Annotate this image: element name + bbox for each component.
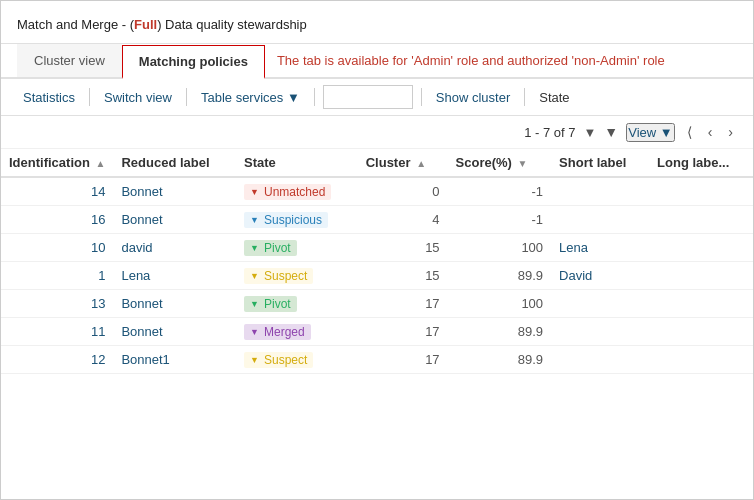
- cell-score: 100: [448, 290, 552, 318]
- search-input[interactable]: [323, 85, 413, 109]
- cell-short-label: [551, 346, 649, 374]
- cell-cluster: 0: [358, 177, 448, 206]
- dropdown-arrow[interactable]: ▼: [583, 125, 596, 140]
- state-badge: ▼Suspicious: [244, 212, 328, 228]
- state-badge: ▼Suspect: [244, 268, 313, 284]
- header: Match and Merge - (Full) Data quality st…: [1, 1, 753, 44]
- cell-reduced-label: david: [113, 234, 236, 262]
- cell-cluster: 15: [358, 262, 448, 290]
- cell-cluster: 4: [358, 206, 448, 234]
- cell-id: 1: [1, 262, 113, 290]
- cell-id: 14: [1, 177, 113, 206]
- state-badge: ▼Merged: [244, 324, 311, 340]
- table-body: 14 Bonnet ▼Unmatched 0 -1 16 Bonnet ▼Sus…: [1, 177, 753, 374]
- cell-state: ▼Suspect: [236, 262, 358, 290]
- cell-id: 12: [1, 346, 113, 374]
- title-start: Match and Merge - (: [17, 17, 134, 32]
- tab-cluster-view[interactable]: Cluster view: [17, 44, 122, 77]
- first-page-button[interactable]: ⟨: [683, 122, 696, 142]
- cell-score: -1: [448, 206, 552, 234]
- cell-long-label: [649, 262, 753, 290]
- cell-score: 89.9: [448, 318, 552, 346]
- state-badge: ▼Unmatched: [244, 184, 331, 200]
- toolbar: Statistics Switch view Table services ▼ …: [1, 79, 753, 116]
- cell-score: 89.9: [448, 262, 552, 290]
- sort-arrow-identification: ▲: [96, 158, 106, 169]
- cell-long-label: [649, 346, 753, 374]
- main-page: Match and Merge - (Full) Data quality st…: [0, 0, 754, 500]
- divider-5: [524, 88, 525, 106]
- data-table: Identification ▲ Reduced label State Clu…: [1, 149, 753, 374]
- pagination-bar: 1 - 7 of 7 ▼ ▼ View ▼ ⟨ ‹ ›: [1, 116, 753, 149]
- cell-score: 89.9: [448, 346, 552, 374]
- state-arrow: ▼: [250, 243, 259, 253]
- table-row: 1 Lena ▼Suspect 15 89.9 David: [1, 262, 753, 290]
- state-badge: ▼Pivot: [244, 296, 297, 312]
- cell-state: ▼Suspicious: [236, 206, 358, 234]
- table-services-button[interactable]: Table services ▼: [195, 88, 306, 107]
- sort-arrow-score: ▼: [518, 158, 528, 169]
- statistics-button[interactable]: Statistics: [17, 88, 81, 107]
- col-header-score[interactable]: Score(%) ▼: [448, 149, 552, 177]
- cell-state: ▼Pivot: [236, 234, 358, 262]
- state-arrow: ▼: [250, 355, 259, 365]
- col-header-long-label[interactable]: Long labe...: [649, 149, 753, 177]
- cell-long-label: [649, 177, 753, 206]
- state-arrow: ▼: [250, 215, 259, 225]
- cell-cluster: 17: [358, 346, 448, 374]
- col-header-reduced-label[interactable]: Reduced label: [113, 149, 236, 177]
- prev-page-button[interactable]: ‹: [704, 122, 717, 142]
- state-badge: ▼Pivot: [244, 240, 297, 256]
- cell-long-label: [649, 234, 753, 262]
- cell-score: 100: [448, 234, 552, 262]
- cell-short-label: Lena: [551, 234, 649, 262]
- cell-reduced-label: Bonnet: [113, 206, 236, 234]
- page-info: 1 - 7 of 7: [524, 125, 575, 140]
- col-header-short-label[interactable]: Short label: [551, 149, 649, 177]
- cell-reduced-label: Bonnet: [113, 290, 236, 318]
- filter-icon[interactable]: ▼: [604, 124, 618, 140]
- cell-state: ▼Merged: [236, 318, 358, 346]
- cell-reduced-label: Bonnet: [113, 177, 236, 206]
- show-cluster-button[interactable]: Show cluster: [430, 88, 516, 107]
- state-label: State: [533, 88, 575, 107]
- cell-short-label: [551, 290, 649, 318]
- cell-short-label: [551, 318, 649, 346]
- col-header-identification[interactable]: Identification ▲: [1, 149, 113, 177]
- tab-bar: Cluster view Matching policies The tab i…: [1, 44, 753, 79]
- cell-long-label: [649, 290, 753, 318]
- cell-id: 10: [1, 234, 113, 262]
- cell-state: ▼Pivot: [236, 290, 358, 318]
- table-header-row: Identification ▲ Reduced label State Clu…: [1, 149, 753, 177]
- cell-short-label: [551, 206, 649, 234]
- cell-cluster: 15: [358, 234, 448, 262]
- cell-id: 16: [1, 206, 113, 234]
- title-end: ) Data quality stewardship: [157, 17, 307, 32]
- cell-reduced-label: Bonnet: [113, 318, 236, 346]
- col-header-cluster[interactable]: Cluster ▲: [358, 149, 448, 177]
- cell-id: 13: [1, 290, 113, 318]
- table-row: 10 david ▼Pivot 15 100 Lena: [1, 234, 753, 262]
- switch-view-button[interactable]: Switch view: [98, 88, 178, 107]
- cell-cluster: 17: [358, 318, 448, 346]
- title-full: Full: [134, 17, 157, 32]
- table-row: 14 Bonnet ▼Unmatched 0 -1: [1, 177, 753, 206]
- divider-3: [314, 88, 315, 106]
- state-badge: ▼Suspect: [244, 352, 313, 368]
- sort-arrow-cluster: ▲: [416, 158, 426, 169]
- state-arrow: ▼: [250, 271, 259, 281]
- next-page-button[interactable]: ›: [724, 122, 737, 142]
- cell-state: ▼Suspect: [236, 346, 358, 374]
- cell-id: 11: [1, 318, 113, 346]
- state-arrow: ▼: [250, 187, 259, 197]
- tab-matching-policies[interactable]: Matching policies: [122, 45, 265, 79]
- view-button[interactable]: View ▼: [626, 123, 674, 142]
- cell-score: -1: [448, 177, 552, 206]
- col-header-state[interactable]: State: [236, 149, 358, 177]
- table-row: 12 Bonnet1 ▼Suspect 17 89.9: [1, 346, 753, 374]
- cell-short-label: [551, 177, 649, 206]
- divider-1: [89, 88, 90, 106]
- divider-4: [421, 88, 422, 106]
- divider-2: [186, 88, 187, 106]
- table-row: 13 Bonnet ▼Pivot 17 100: [1, 290, 753, 318]
